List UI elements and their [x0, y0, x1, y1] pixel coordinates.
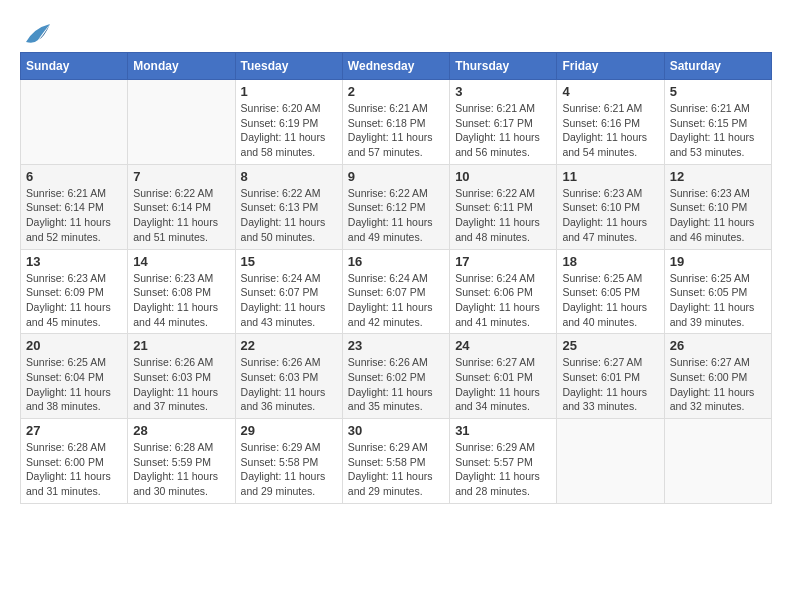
day-number: 27 — [26, 423, 122, 438]
day-cell: 9Sunrise: 6:22 AM Sunset: 6:12 PM Daylig… — [342, 164, 449, 249]
day-number: 8 — [241, 169, 337, 184]
header-saturday: Saturday — [664, 53, 771, 80]
day-info: Sunrise: 6:23 AM Sunset: 6:10 PM Dayligh… — [670, 186, 766, 245]
day-cell: 31Sunrise: 6:29 AM Sunset: 5:57 PM Dayli… — [450, 419, 557, 504]
day-info: Sunrise: 6:24 AM Sunset: 6:07 PM Dayligh… — [348, 271, 444, 330]
day-cell: 20Sunrise: 6:25 AM Sunset: 6:04 PM Dayli… — [21, 334, 128, 419]
day-info: Sunrise: 6:24 AM Sunset: 6:06 PM Dayligh… — [455, 271, 551, 330]
day-number: 18 — [562, 254, 658, 269]
day-cell — [128, 80, 235, 165]
day-info: Sunrise: 6:21 AM Sunset: 6:17 PM Dayligh… — [455, 101, 551, 160]
day-number: 15 — [241, 254, 337, 269]
day-cell: 30Sunrise: 6:29 AM Sunset: 5:58 PM Dayli… — [342, 419, 449, 504]
day-number: 19 — [670, 254, 766, 269]
logo-bird-icon — [22, 20, 54, 48]
header-friday: Friday — [557, 53, 664, 80]
calendar-header-row: SundayMondayTuesdayWednesdayThursdayFrid… — [21, 53, 772, 80]
day-cell: 18Sunrise: 6:25 AM Sunset: 6:05 PM Dayli… — [557, 249, 664, 334]
day-cell: 15Sunrise: 6:24 AM Sunset: 6:07 PM Dayli… — [235, 249, 342, 334]
day-info: Sunrise: 6:21 AM Sunset: 6:16 PM Dayligh… — [562, 101, 658, 160]
day-cell: 22Sunrise: 6:26 AM Sunset: 6:03 PM Dayli… — [235, 334, 342, 419]
day-info: Sunrise: 6:25 AM Sunset: 6:04 PM Dayligh… — [26, 355, 122, 414]
day-cell: 16Sunrise: 6:24 AM Sunset: 6:07 PM Dayli… — [342, 249, 449, 334]
day-info: Sunrise: 6:27 AM Sunset: 6:01 PM Dayligh… — [455, 355, 551, 414]
day-number: 31 — [455, 423, 551, 438]
day-number: 9 — [348, 169, 444, 184]
day-cell: 2Sunrise: 6:21 AM Sunset: 6:18 PM Daylig… — [342, 80, 449, 165]
day-info: Sunrise: 6:27 AM Sunset: 6:00 PM Dayligh… — [670, 355, 766, 414]
header-sunday: Sunday — [21, 53, 128, 80]
day-number: 4 — [562, 84, 658, 99]
day-info: Sunrise: 6:21 AM Sunset: 6:14 PM Dayligh… — [26, 186, 122, 245]
day-info: Sunrise: 6:29 AM Sunset: 5:57 PM Dayligh… — [455, 440, 551, 499]
day-cell: 26Sunrise: 6:27 AM Sunset: 6:00 PM Dayli… — [664, 334, 771, 419]
day-info: Sunrise: 6:29 AM Sunset: 5:58 PM Dayligh… — [348, 440, 444, 499]
day-info: Sunrise: 6:24 AM Sunset: 6:07 PM Dayligh… — [241, 271, 337, 330]
week-row-1: 6Sunrise: 6:21 AM Sunset: 6:14 PM Daylig… — [21, 164, 772, 249]
day-number: 28 — [133, 423, 229, 438]
day-cell: 21Sunrise: 6:26 AM Sunset: 6:03 PM Dayli… — [128, 334, 235, 419]
day-cell — [664, 419, 771, 504]
day-cell: 29Sunrise: 6:29 AM Sunset: 5:58 PM Dayli… — [235, 419, 342, 504]
day-cell: 23Sunrise: 6:26 AM Sunset: 6:02 PM Dayli… — [342, 334, 449, 419]
week-row-0: 1Sunrise: 6:20 AM Sunset: 6:19 PM Daylig… — [21, 80, 772, 165]
day-number: 17 — [455, 254, 551, 269]
header-monday: Monday — [128, 53, 235, 80]
day-cell: 27Sunrise: 6:28 AM Sunset: 6:00 PM Dayli… — [21, 419, 128, 504]
day-number: 5 — [670, 84, 766, 99]
day-cell: 10Sunrise: 6:22 AM Sunset: 6:11 PM Dayli… — [450, 164, 557, 249]
day-info: Sunrise: 6:23 AM Sunset: 6:09 PM Dayligh… — [26, 271, 122, 330]
day-number: 10 — [455, 169, 551, 184]
day-number: 21 — [133, 338, 229, 353]
day-cell: 28Sunrise: 6:28 AM Sunset: 5:59 PM Dayli… — [128, 419, 235, 504]
day-number: 16 — [348, 254, 444, 269]
day-info: Sunrise: 6:29 AM Sunset: 5:58 PM Dayligh… — [241, 440, 337, 499]
day-cell: 11Sunrise: 6:23 AM Sunset: 6:10 PM Dayli… — [557, 164, 664, 249]
day-cell: 8Sunrise: 6:22 AM Sunset: 6:13 PM Daylig… — [235, 164, 342, 249]
day-number: 30 — [348, 423, 444, 438]
day-cell: 6Sunrise: 6:21 AM Sunset: 6:14 PM Daylig… — [21, 164, 128, 249]
day-cell: 13Sunrise: 6:23 AM Sunset: 6:09 PM Dayli… — [21, 249, 128, 334]
calendar-table: SundayMondayTuesdayWednesdayThursdayFrid… — [20, 52, 772, 504]
day-cell: 25Sunrise: 6:27 AM Sunset: 6:01 PM Dayli… — [557, 334, 664, 419]
day-info: Sunrise: 6:28 AM Sunset: 5:59 PM Dayligh… — [133, 440, 229, 499]
day-cell — [557, 419, 664, 504]
day-number: 11 — [562, 169, 658, 184]
day-number: 20 — [26, 338, 122, 353]
day-info: Sunrise: 6:26 AM Sunset: 6:03 PM Dayligh… — [133, 355, 229, 414]
header-tuesday: Tuesday — [235, 53, 342, 80]
day-number: 26 — [670, 338, 766, 353]
day-info: Sunrise: 6:23 AM Sunset: 6:10 PM Dayligh… — [562, 186, 658, 245]
day-number: 3 — [455, 84, 551, 99]
day-info: Sunrise: 6:26 AM Sunset: 6:03 PM Dayligh… — [241, 355, 337, 414]
day-info: Sunrise: 6:22 AM Sunset: 6:12 PM Dayligh… — [348, 186, 444, 245]
day-number: 6 — [26, 169, 122, 184]
day-cell: 4Sunrise: 6:21 AM Sunset: 6:16 PM Daylig… — [557, 80, 664, 165]
day-info: Sunrise: 6:22 AM Sunset: 6:14 PM Dayligh… — [133, 186, 229, 245]
day-number: 13 — [26, 254, 122, 269]
week-row-4: 27Sunrise: 6:28 AM Sunset: 6:00 PM Dayli… — [21, 419, 772, 504]
day-cell: 3Sunrise: 6:21 AM Sunset: 6:17 PM Daylig… — [450, 80, 557, 165]
day-number: 14 — [133, 254, 229, 269]
day-number: 25 — [562, 338, 658, 353]
day-cell: 24Sunrise: 6:27 AM Sunset: 6:01 PM Dayli… — [450, 334, 557, 419]
day-cell: 5Sunrise: 6:21 AM Sunset: 6:15 PM Daylig… — [664, 80, 771, 165]
day-cell — [21, 80, 128, 165]
day-info: Sunrise: 6:25 AM Sunset: 6:05 PM Dayligh… — [562, 271, 658, 330]
header-wednesday: Wednesday — [342, 53, 449, 80]
day-number: 2 — [348, 84, 444, 99]
header-thursday: Thursday — [450, 53, 557, 80]
day-cell: 1Sunrise: 6:20 AM Sunset: 6:19 PM Daylig… — [235, 80, 342, 165]
day-info: Sunrise: 6:26 AM Sunset: 6:02 PM Dayligh… — [348, 355, 444, 414]
day-cell: 17Sunrise: 6:24 AM Sunset: 6:06 PM Dayli… — [450, 249, 557, 334]
day-info: Sunrise: 6:27 AM Sunset: 6:01 PM Dayligh… — [562, 355, 658, 414]
day-number: 24 — [455, 338, 551, 353]
logo — [20, 20, 54, 42]
day-info: Sunrise: 6:21 AM Sunset: 6:18 PM Dayligh… — [348, 101, 444, 160]
week-row-3: 20Sunrise: 6:25 AM Sunset: 6:04 PM Dayli… — [21, 334, 772, 419]
day-number: 29 — [241, 423, 337, 438]
day-cell: 12Sunrise: 6:23 AM Sunset: 6:10 PM Dayli… — [664, 164, 771, 249]
page-header — [20, 20, 772, 42]
day-info: Sunrise: 6:22 AM Sunset: 6:11 PM Dayligh… — [455, 186, 551, 245]
day-info: Sunrise: 6:28 AM Sunset: 6:00 PM Dayligh… — [26, 440, 122, 499]
